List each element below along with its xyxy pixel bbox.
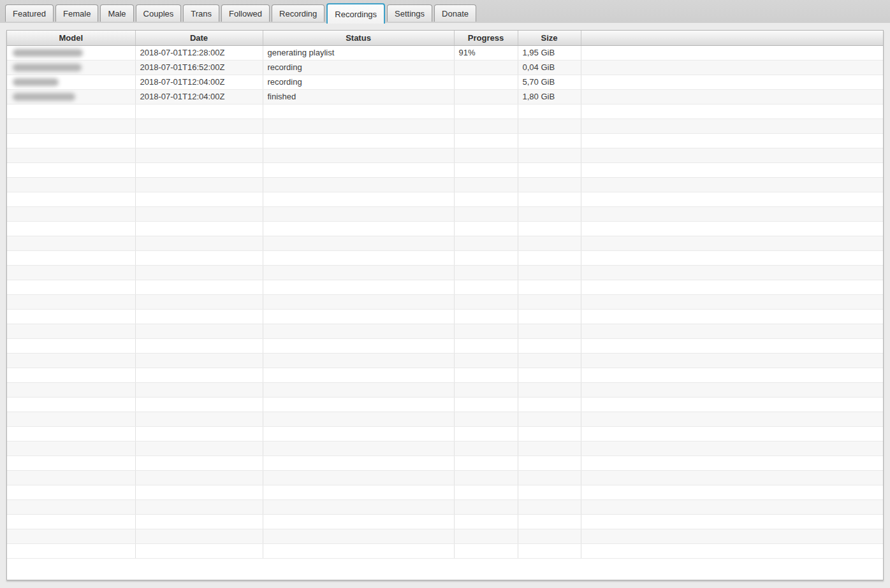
- extra-cell: [581, 455, 883, 470]
- empty-row: [7, 368, 883, 382]
- progress-cell: [454, 309, 518, 324]
- date-cell: [135, 221, 263, 236]
- tab-couples[interactable]: Couples: [136, 4, 182, 22]
- size-cell: 0,04 GiB: [518, 60, 581, 75]
- extra-cell: [581, 529, 883, 543]
- status-cell: [263, 529, 454, 543]
- extra-cell: [581, 543, 883, 558]
- date-cell: [135, 412, 263, 426]
- column-header-date[interactable]: Date: [135, 31, 263, 45]
- empty-row: [7, 470, 883, 485]
- model-cell: [7, 280, 135, 294]
- column-header-status[interactable]: Status: [263, 31, 454, 45]
- size-cell: [518, 338, 581, 353]
- empty-row: [7, 353, 883, 368]
- date-cell: [135, 338, 263, 353]
- status-cell: [263, 441, 454, 455]
- empty-row: [7, 133, 883, 148]
- extra-cell: [581, 353, 883, 368]
- extra-cell: [581, 338, 883, 353]
- size-cell: [518, 514, 581, 529]
- date-cell: [135, 294, 263, 309]
- tab-male[interactable]: Male: [100, 4, 133, 22]
- extra-cell: [581, 382, 883, 397]
- model-cell: [7, 470, 135, 485]
- status-cell: [263, 412, 454, 426]
- empty-row: [7, 485, 883, 499]
- empty-row: [7, 192, 883, 206]
- progress-cell: [454, 529, 518, 543]
- date-cell: 2018-07-01T12:04:00Z: [135, 75, 263, 89]
- extra-cell: [581, 250, 883, 265]
- progress-cell: [454, 206, 518, 221]
- progress-cell: [454, 221, 518, 236]
- tab-donate[interactable]: Donate: [434, 4, 476, 22]
- tab-female[interactable]: Female: [55, 4, 98, 22]
- date-cell: [135, 529, 263, 543]
- model-cell: [7, 221, 135, 236]
- extra-cell: [581, 148, 883, 162]
- extra-cell: [581, 192, 883, 206]
- extra-cell: [581, 221, 883, 236]
- size-cell: [518, 265, 581, 280]
- status-cell: [263, 309, 454, 324]
- extra-cell: [581, 75, 883, 89]
- status-cell: [263, 499, 454, 514]
- date-cell: [135, 236, 263, 250]
- column-header-model[interactable]: Model: [7, 31, 135, 45]
- progress-cell: [454, 148, 518, 162]
- progress-cell: [454, 412, 518, 426]
- tab-followed[interactable]: Followed: [221, 4, 270, 22]
- status-cell: [263, 206, 454, 221]
- size-cell: [518, 455, 581, 470]
- progress-cell: 91%: [454, 45, 518, 60]
- empty-row: [7, 529, 883, 543]
- tab-settings[interactable]: Settings: [387, 4, 432, 22]
- tab-featured[interactable]: Featured: [5, 4, 54, 22]
- date-cell: [135, 118, 263, 133]
- progress-cell: [454, 104, 518, 118]
- progress-cell: [454, 162, 518, 177]
- tab-recording[interactable]: Recording: [272, 4, 325, 22]
- column-header-progress[interactable]: Progress: [454, 31, 518, 45]
- recording-row[interactable]: 2018-07-01T16:52:00Zrecording0,04 GiB: [7, 60, 883, 75]
- column-header-size[interactable]: Size: [518, 31, 581, 45]
- size-cell: [518, 206, 581, 221]
- model-cell: [7, 45, 135, 60]
- extra-cell: [581, 309, 883, 324]
- extra-cell: [581, 118, 883, 133]
- recording-row[interactable]: 2018-07-01T12:28:00Zgenerating playlist9…: [7, 45, 883, 60]
- model-cell: [7, 265, 135, 280]
- progress-cell: [454, 60, 518, 75]
- progress-cell: [454, 426, 518, 441]
- model-cell: [7, 426, 135, 441]
- table-header: Model Date Status Progress Size: [7, 31, 883, 45]
- date-cell: [135, 455, 263, 470]
- status-cell: [263, 397, 454, 412]
- date-cell: [135, 470, 263, 485]
- extra-cell: [581, 133, 883, 148]
- tab-trans[interactable]: Trans: [183, 4, 219, 22]
- tab-recordings[interactable]: Recordings: [326, 3, 385, 24]
- size-cell: [518, 104, 581, 118]
- status-cell: [263, 177, 454, 192]
- tab-bar: Featured Female Male Couples Trans Follo…: [0, 0, 890, 23]
- recording-row[interactable]: 2018-07-01T12:04:00Zrecording5,70 GiB: [7, 75, 883, 89]
- date-cell: [135, 382, 263, 397]
- model-cell: [7, 75, 135, 89]
- extra-cell: [581, 236, 883, 250]
- status-cell: [263, 221, 454, 236]
- status-cell: [263, 353, 454, 368]
- size-cell: [518, 324, 581, 338]
- status-cell: [263, 250, 454, 265]
- progress-cell: [454, 514, 518, 529]
- progress-cell: [454, 133, 518, 148]
- recording-row[interactable]: 2018-07-01T12:04:00Zfinished1,80 GiB: [7, 89, 883, 104]
- date-cell: [135, 280, 263, 294]
- status-cell: [263, 455, 454, 470]
- model-cell: [7, 499, 135, 514]
- date-cell: [135, 426, 263, 441]
- empty-row: [7, 455, 883, 470]
- status-cell: [263, 485, 454, 499]
- model-cell: [7, 441, 135, 455]
